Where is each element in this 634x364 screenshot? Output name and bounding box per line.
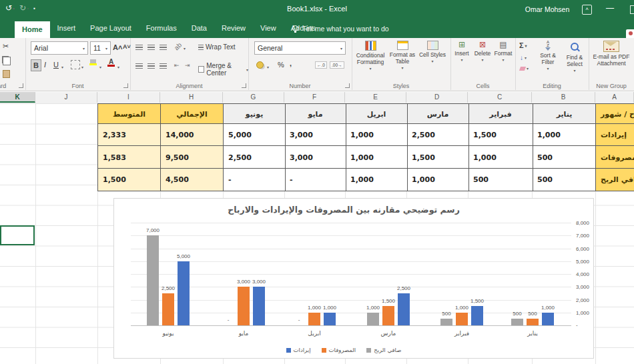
chart-bar[interactable]	[147, 235, 159, 325]
decrease-indent-icon[interactable]: ⇤	[174, 62, 180, 69]
chart[interactable]: رسم توضيحي مقارنه بين المصروفات والإيراد…	[113, 198, 594, 359]
increase-decimal-icon[interactable]: ←.0	[315, 61, 327, 69]
table-cell-average[interactable]: 1,500	[97, 168, 161, 191]
chart-bar[interactable]	[382, 306, 394, 325]
table-cell[interactable]: -	[284, 168, 346, 191]
table-cell-average[interactable]: 2,333	[97, 123, 161, 147]
tab-view[interactable]: View	[253, 19, 284, 38]
chart-bar[interactable]	[324, 313, 336, 325]
table-header-month[interactable]: ابريل	[345, 103, 408, 125]
alignment-dialog-launcher-icon[interactable]	[242, 83, 246, 88]
column-header-J[interactable]: J	[35, 92, 97, 103]
table-cell[interactable]: 3,000	[284, 145, 346, 169]
table-cell-total[interactable]: 9,500	[160, 145, 224, 169]
clear-icon[interactable]: ▾	[520, 66, 529, 71]
table-cell[interactable]: 1,000	[345, 168, 408, 191]
top-align-icon[interactable]	[135, 45, 143, 50]
chart-bar[interactable]	[253, 287, 265, 325]
tab-data[interactable]: Data	[184, 19, 214, 38]
number-format-select[interactable]: General▾	[254, 41, 346, 55]
chart-bar[interactable]	[238, 287, 250, 325]
center-icon[interactable]	[147, 63, 155, 69]
align-right-icon[interactable]	[160, 63, 167, 69]
find-select-button[interactable]: Find & Select ▾	[562, 41, 587, 73]
table-cell[interactable]: 1,000	[532, 123, 597, 147]
column-header-H[interactable]: H	[160, 92, 223, 103]
chart-bar[interactable]	[440, 319, 452, 325]
table-cell[interactable]: 5,000	[223, 123, 286, 147]
chart-bar[interactable]	[511, 319, 523, 325]
table-cell[interactable]: 1,000	[406, 168, 469, 191]
accounting-dropdown-icon[interactable]: ▾	[267, 65, 269, 69]
autosum-icon[interactable]: Σ▾	[519, 41, 527, 49]
borders-icon[interactable]	[71, 60, 80, 69]
accounting-format-icon[interactable]	[256, 61, 264, 69]
column-header-G[interactable]: G	[223, 92, 284, 103]
tab-home[interactable]: Home	[15, 21, 50, 38]
table-header-month[interactable]: يونيو	[223, 103, 286, 125]
table-cell[interactable]: 1,000	[345, 145, 408, 169]
font-name-select[interactable]: Arial▾	[31, 41, 88, 55]
chart-bar[interactable]	[456, 313, 468, 325]
table-cell-total[interactable]: 14,000	[160, 123, 224, 147]
increase-indent-icon[interactable]: ⇥	[185, 62, 190, 69]
table-row-label[interactable]: إيرادات	[595, 123, 634, 147]
italic-button[interactable]: I	[44, 61, 46, 69]
column-header-D[interactable]: D	[406, 92, 468, 103]
font-dialog-launcher-icon[interactable]	[123, 83, 128, 88]
share-icon[interactable]	[626, 29, 634, 38]
table-header-corner[interactable]: الأرباح / شهور	[595, 103, 634, 125]
fill-color-icon[interactable]	[89, 59, 97, 65]
legend-item[interactable]: إيرادات	[286, 347, 311, 353]
table-header-month[interactable]: مايو	[284, 103, 346, 125]
cell-styles-button[interactable]: Cell Styles ▾	[418, 41, 446, 63]
table-row-label[interactable]: صافي الربح	[595, 168, 634, 191]
email-as-pdf-button[interactable]: E-mail as PDF Attachment	[591, 41, 632, 67]
cut-icon[interactable]: ✂	[3, 42, 9, 51]
tab-review[interactable]: Review	[214, 19, 253, 38]
increase-font-size-icon[interactable]: A˄	[113, 43, 122, 51]
font-color-dropdown-icon[interactable]: ▾	[117, 65, 119, 69]
fill-color-dropdown-icon[interactable]: ▾	[99, 65, 101, 69]
chart-bar[interactable]	[367, 313, 379, 325]
conditional-formatting-button[interactable]: Conditional Formatting ▾	[354, 41, 386, 71]
delete-cells-button[interactable]: ⊠ Delete ▾	[472, 41, 493, 62]
bold-button[interactable]: B	[31, 59, 41, 71]
minimize-button[interactable]: —	[606, 3, 614, 13]
fill-icon[interactable]: ↓▾	[520, 54, 527, 61]
column-header-A[interactable]: A	[595, 92, 634, 103]
chart-bar[interactable]	[162, 293, 174, 325]
user-name[interactable]: Omar Mohsen	[517, 5, 577, 13]
percent-style-icon[interactable]: %	[278, 61, 284, 69]
column-header-B[interactable]: B	[532, 92, 595, 103]
column-header-C[interactable]: C	[468, 92, 532, 103]
chart-bar[interactable]	[542, 313, 554, 325]
format-cells-button[interactable]: ▤ Format ▾	[493, 41, 513, 62]
table-cell[interactable]: 1,500	[406, 145, 469, 169]
chart-bar[interactable]	[308, 313, 320, 325]
wrap-text-button[interactable]: Wrap Text	[198, 43, 236, 51]
middle-align-icon[interactable]	[147, 45, 155, 50]
legend-item[interactable]: صافي الربح	[366, 347, 401, 353]
table-cell[interactable]: 500	[532, 168, 597, 191]
table-header-month[interactable]: يناير	[532, 103, 597, 125]
table-header-month[interactable]: فبراير	[468, 103, 533, 125]
insert-cells-button[interactable]: ⊞ Insert ▾	[452, 41, 472, 62]
legend-item[interactable]: المصروفات	[322, 347, 356, 353]
font-size-select[interactable]: 11▾	[90, 41, 111, 55]
ribbon-display-options-icon[interactable]: ˄	[582, 5, 592, 15]
table-cell-average[interactable]: 1,583	[97, 145, 161, 169]
chart-bar[interactable]	[398, 293, 410, 325]
table-cell[interactable]: 2,500	[406, 123, 469, 147]
maximize-button[interactable]	[630, 5, 634, 14]
tab-insert[interactable]: Insert	[50, 19, 83, 38]
underline-button[interactable]: U	[53, 61, 59, 69]
table-cell[interactable]: 500	[532, 145, 597, 169]
borders-dropdown-icon[interactable]: ▾	[81, 65, 83, 69]
tab-page-layout[interactable]: Page Layout	[83, 19, 139, 38]
tell-me-box[interactable]: Tell me what you want to do	[292, 19, 389, 38]
underline-dropdown-icon[interactable]: ▾	[61, 65, 63, 69]
table-cell[interactable]: 2,500	[223, 145, 286, 169]
column-header-F[interactable]: F	[284, 92, 345, 103]
column-header-E[interactable]: E	[345, 92, 406, 103]
